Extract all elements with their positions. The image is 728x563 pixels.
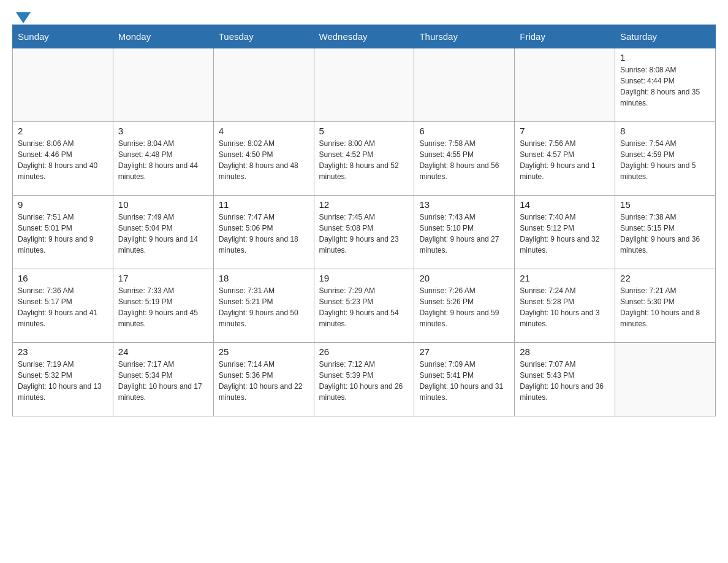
- logo-triangle-icon: [16, 12, 31, 23]
- day-info: Sunrise: 7:24 AMSunset: 5:28 PMDaylight:…: [520, 285, 610, 329]
- day-info: Sunrise: 7:47 AMSunset: 5:06 PMDaylight:…: [219, 212, 309, 256]
- day-info: Sunrise: 7:38 AMSunset: 5:15 PMDaylight:…: [620, 212, 710, 256]
- day-cell: 24Sunrise: 7:17 AMSunset: 5:34 PMDayligh…: [113, 343, 213, 416]
- day-cell: [13, 48, 113, 122]
- day-number: 14: [520, 199, 610, 210]
- day-info: Sunrise: 7:58 AMSunset: 4:55 PMDaylight:…: [419, 138, 509, 182]
- day-info: Sunrise: 7:26 AMSunset: 5:26 PMDaylight:…: [419, 285, 509, 329]
- day-info: Sunrise: 8:04 AMSunset: 4:48 PMDaylight:…: [118, 138, 208, 182]
- week-row-1: 1Sunrise: 8:08 AMSunset: 4:44 PMDaylight…: [13, 48, 716, 122]
- day-number: 23: [18, 347, 108, 357]
- day-number: 2: [18, 126, 108, 136]
- day-info: Sunrise: 7:36 AMSunset: 5:17 PMDaylight:…: [18, 285, 108, 329]
- day-cell: 10Sunrise: 7:49 AMSunset: 5:04 PMDayligh…: [113, 196, 213, 269]
- day-number: 9: [18, 199, 108, 210]
- day-cell: 3Sunrise: 8:04 AMSunset: 4:48 PMDaylight…: [113, 122, 213, 196]
- day-cell: 26Sunrise: 7:12 AMSunset: 5:39 PMDayligh…: [314, 343, 414, 416]
- day-number: 5: [319, 126, 409, 136]
- day-info: Sunrise: 7:19 AMSunset: 5:32 PMDaylight:…: [18, 359, 108, 403]
- day-number: 10: [118, 199, 208, 210]
- day-number: 27: [419, 347, 509, 357]
- weekday-header-wednesday: Wednesday: [314, 25, 414, 48]
- day-number: 12: [319, 199, 409, 210]
- day-cell: 17Sunrise: 7:33 AMSunset: 5:19 PMDayligh…: [113, 269, 213, 343]
- day-cell: 23Sunrise: 7:19 AMSunset: 5:32 PMDayligh…: [13, 343, 113, 416]
- day-info: Sunrise: 7:40 AMSunset: 5:12 PMDaylight:…: [520, 212, 610, 256]
- day-number: 16: [18, 273, 108, 283]
- day-number: 3: [118, 126, 208, 136]
- day-cell: [615, 343, 716, 416]
- day-cell: [314, 48, 414, 122]
- calendar-table: SundayMondayTuesdayWednesdayThursdayFrid…: [12, 25, 716, 416]
- day-info: Sunrise: 7:43 AMSunset: 5:10 PMDaylight:…: [419, 212, 509, 256]
- day-number: 1: [620, 52, 710, 63]
- day-number: 7: [520, 126, 610, 136]
- day-cell: 18Sunrise: 7:31 AMSunset: 5:21 PMDayligh…: [213, 269, 314, 343]
- day-info: Sunrise: 7:49 AMSunset: 5:04 PMDaylight:…: [118, 212, 208, 256]
- day-number: 19: [319, 273, 409, 283]
- day-number: 24: [118, 347, 208, 357]
- day-info: Sunrise: 8:06 AMSunset: 4:46 PMDaylight:…: [18, 138, 108, 182]
- weekday-header-row: SundayMondayTuesdayWednesdayThursdayFrid…: [13, 25, 716, 48]
- day-cell: [414, 48, 515, 122]
- day-info: Sunrise: 8:00 AMSunset: 4:52 PMDaylight:…: [319, 138, 409, 182]
- day-number: 8: [620, 126, 710, 136]
- day-cell: [213, 48, 314, 122]
- day-number: 22: [620, 273, 710, 283]
- weekday-header-thursday: Thursday: [414, 25, 515, 48]
- week-row-5: 23Sunrise: 7:19 AMSunset: 5:32 PMDayligh…: [13, 343, 716, 416]
- week-row-4: 16Sunrise: 7:36 AMSunset: 5:17 PMDayligh…: [13, 269, 716, 343]
- day-cell: 9Sunrise: 7:51 AMSunset: 5:01 PMDaylight…: [13, 196, 113, 269]
- day-number: 25: [219, 347, 309, 357]
- day-info: Sunrise: 7:45 AMSunset: 5:08 PMDaylight:…: [319, 212, 409, 256]
- day-info: Sunrise: 7:56 AMSunset: 4:57 PMDaylight:…: [520, 138, 610, 182]
- day-cell: 16Sunrise: 7:36 AMSunset: 5:17 PMDayligh…: [13, 269, 113, 343]
- weekday-header-friday: Friday: [515, 25, 615, 48]
- weekday-header-monday: Monday: [113, 25, 213, 48]
- day-number: 18: [219, 273, 309, 283]
- day-info: Sunrise: 8:08 AMSunset: 4:44 PMDaylight:…: [620, 64, 710, 109]
- day-info: Sunrise: 7:29 AMSunset: 5:23 PMDaylight:…: [319, 285, 409, 329]
- week-row-2: 2Sunrise: 8:06 AMSunset: 4:46 PMDaylight…: [13, 122, 716, 196]
- day-info: Sunrise: 7:33 AMSunset: 5:19 PMDaylight:…: [118, 285, 208, 329]
- weekday-header-sunday: Sunday: [13, 25, 113, 48]
- week-row-3: 9Sunrise: 7:51 AMSunset: 5:01 PMDaylight…: [13, 196, 716, 269]
- day-cell: 14Sunrise: 7:40 AMSunset: 5:12 PMDayligh…: [515, 196, 615, 269]
- logo: [12, 12, 31, 18]
- day-info: Sunrise: 7:17 AMSunset: 5:34 PMDaylight:…: [118, 359, 208, 403]
- day-cell: 15Sunrise: 7:38 AMSunset: 5:15 PMDayligh…: [615, 196, 716, 269]
- day-info: Sunrise: 7:51 AMSunset: 5:01 PMDaylight:…: [18, 212, 108, 256]
- day-info: Sunrise: 7:07 AMSunset: 5:43 PMDaylight:…: [520, 359, 610, 403]
- day-number: 28: [520, 347, 610, 357]
- day-cell: 7Sunrise: 7:56 AMSunset: 4:57 PMDaylight…: [515, 122, 615, 196]
- day-cell: 2Sunrise: 8:06 AMSunset: 4:46 PMDaylight…: [13, 122, 113, 196]
- day-number: 21: [520, 273, 610, 283]
- day-cell: 12Sunrise: 7:45 AMSunset: 5:08 PMDayligh…: [314, 196, 414, 269]
- day-cell: [515, 48, 615, 122]
- day-cell: 22Sunrise: 7:21 AMSunset: 5:30 PMDayligh…: [615, 269, 716, 343]
- day-cell: 6Sunrise: 7:58 AMSunset: 4:55 PMDaylight…: [414, 122, 515, 196]
- day-number: 26: [319, 347, 409, 357]
- day-info: Sunrise: 7:54 AMSunset: 4:59 PMDaylight:…: [620, 138, 710, 182]
- day-cell: [113, 48, 213, 122]
- day-cell: 11Sunrise: 7:47 AMSunset: 5:06 PMDayligh…: [213, 196, 314, 269]
- day-info: Sunrise: 7:14 AMSunset: 5:36 PMDaylight:…: [219, 359, 309, 403]
- day-cell: 13Sunrise: 7:43 AMSunset: 5:10 PMDayligh…: [414, 196, 515, 269]
- day-number: 20: [419, 273, 509, 283]
- day-number: 17: [118, 273, 208, 283]
- day-cell: 25Sunrise: 7:14 AMSunset: 5:36 PMDayligh…: [213, 343, 314, 416]
- day-cell: 19Sunrise: 7:29 AMSunset: 5:23 PMDayligh…: [314, 269, 414, 343]
- day-cell: 8Sunrise: 7:54 AMSunset: 4:59 PMDaylight…: [615, 122, 716, 196]
- weekday-header-tuesday: Tuesday: [213, 25, 314, 48]
- day-cell: 21Sunrise: 7:24 AMSunset: 5:28 PMDayligh…: [515, 269, 615, 343]
- day-number: 4: [219, 126, 309, 136]
- day-info: Sunrise: 7:31 AMSunset: 5:21 PMDaylight:…: [219, 285, 309, 329]
- day-cell: 27Sunrise: 7:09 AMSunset: 5:41 PMDayligh…: [414, 343, 515, 416]
- page-header: [12, 12, 716, 18]
- day-number: 15: [620, 199, 710, 210]
- day-info: Sunrise: 7:21 AMSunset: 5:30 PMDaylight:…: [620, 285, 710, 329]
- day-cell: 1Sunrise: 8:08 AMSunset: 4:44 PMDaylight…: [615, 48, 716, 122]
- day-number: 11: [219, 199, 309, 210]
- day-info: Sunrise: 7:09 AMSunset: 5:41 PMDaylight:…: [419, 359, 509, 403]
- day-cell: 20Sunrise: 7:26 AMSunset: 5:26 PMDayligh…: [414, 269, 515, 343]
